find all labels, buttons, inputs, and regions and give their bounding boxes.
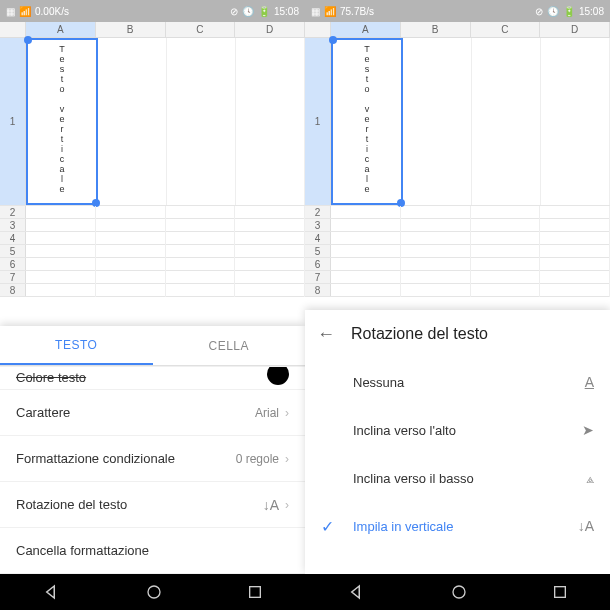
col-header-d[interactable]: D xyxy=(235,22,305,37)
back-button[interactable] xyxy=(43,583,61,601)
menu-text-rotation[interactable]: Rotazione del testo ↓A› xyxy=(0,482,305,528)
option-tilt-down[interactable]: Inclina verso il basso ⟁ xyxy=(305,454,610,502)
panel-title: Rotazione del testo xyxy=(351,325,488,343)
tilt-up-icon: ➤ xyxy=(582,422,594,438)
menu-text-color[interactable]: Colore testo xyxy=(0,366,305,390)
status-bar: ▦📶75.7B/s ⊘🕓🔋15:08 xyxy=(305,0,610,22)
cell-text: Testo verticale xyxy=(59,44,65,194)
cell-a1[interactable]: Testo verticale xyxy=(331,38,403,205)
col-header-b[interactable]: B xyxy=(401,22,471,37)
left-pane: ▦📶0.00K/s ⊘🕓🔋15:08 A B C D 1 Testo verti… xyxy=(0,0,305,610)
recent-button[interactable] xyxy=(552,584,568,600)
option-none[interactable]: Nessuna A xyxy=(305,358,610,406)
svg-rect-1 xyxy=(249,587,260,598)
chevron-right-icon: › xyxy=(285,406,289,420)
back-button[interactable] xyxy=(348,583,366,601)
chevron-right-icon: › xyxy=(285,452,289,466)
stack-vertical-icon: ↓A xyxy=(263,497,279,513)
menu-conditional-format[interactable]: Formattazione condizionale 0 regole› xyxy=(0,436,305,482)
android-navbar xyxy=(0,574,305,610)
col-header-c[interactable]: C xyxy=(471,22,541,37)
row-header-1[interactable]: 1 xyxy=(0,38,26,205)
row-header-1[interactable]: 1 xyxy=(305,38,331,205)
right-pane: ▦📶75.7B/s ⊘🕓🔋15:08 A B C D 1 Testo verti… xyxy=(305,0,610,610)
status-bar: ▦📶0.00K/s ⊘🕓🔋15:08 xyxy=(0,0,305,22)
chevron-right-icon: › xyxy=(285,498,289,512)
home-button[interactable] xyxy=(146,584,162,600)
svg-rect-3 xyxy=(554,587,565,598)
format-panel: TESTO CELLA Colore testo Carattere Arial… xyxy=(0,326,305,574)
svg-point-0 xyxy=(148,586,160,598)
rotation-panel: ← Rotazione del testo Nessuna A Inclina … xyxy=(305,310,610,574)
cell-text: Testo verticale xyxy=(364,44,370,194)
menu-clear-format[interactable]: Cancella formattazione xyxy=(0,528,305,574)
col-header-a[interactable]: A xyxy=(331,22,401,37)
back-arrow-icon[interactable]: ← xyxy=(317,324,335,345)
option-stack-vertical[interactable]: ✓ Impila in verticale ↓A xyxy=(305,502,610,550)
spreadsheet[interactable]: A B C D 1 Testo verticale 2 3 4 xyxy=(305,22,610,322)
check-icon: ✓ xyxy=(321,517,334,536)
android-navbar xyxy=(305,574,610,610)
tilt-down-icon: ⟁ xyxy=(586,470,594,486)
tab-testo[interactable]: TESTO xyxy=(0,326,153,365)
tab-cella[interactable]: CELLA xyxy=(153,326,306,365)
spreadsheet[interactable]: A B C D 1 Testo verticale 2 3 4 xyxy=(0,22,305,322)
cell-a1[interactable]: Testo verticale xyxy=(26,38,98,205)
recent-button[interactable] xyxy=(247,584,263,600)
stack-vertical-icon: ↓A xyxy=(578,518,594,534)
col-header-c[interactable]: C xyxy=(166,22,236,37)
menu-font[interactable]: Carattere Arial› xyxy=(0,390,305,436)
selection-handle[interactable] xyxy=(329,36,337,44)
svg-point-2 xyxy=(453,586,465,598)
home-button[interactable] xyxy=(451,584,467,600)
option-tilt-up[interactable]: Inclina verso l'alto ➤ xyxy=(305,406,610,454)
col-header-d[interactable]: D xyxy=(540,22,610,37)
col-header-b[interactable]: B xyxy=(96,22,166,37)
rotation-none-icon: A xyxy=(585,374,594,390)
selection-handle[interactable] xyxy=(24,36,32,44)
color-swatch xyxy=(267,366,289,385)
col-header-a[interactable]: A xyxy=(26,22,96,37)
